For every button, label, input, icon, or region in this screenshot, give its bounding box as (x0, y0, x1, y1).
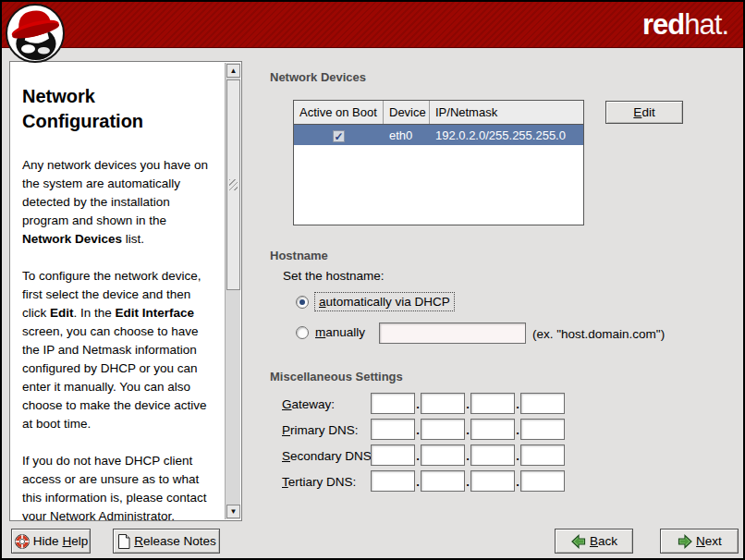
active-on-boot-cell: ✓ (294, 128, 384, 141)
octet-input[interactable] (421, 393, 465, 414)
help-scrollbar[interactable]: ▲ ▼ (225, 63, 240, 519)
next-button[interactable]: Next (660, 529, 739, 554)
next-button-label: Next (696, 534, 722, 548)
back-button-label: Back (590, 534, 617, 548)
hide-help-button[interactable]: Hide Help (11, 529, 91, 554)
help-title: Network Configuration (22, 84, 218, 134)
scroll-up-icon[interactable]: ▲ (226, 64, 240, 78)
secondary-dns-octets: ... (371, 444, 565, 466)
dhcp-radio[interactable] (296, 296, 309, 309)
primary-dns-label: Primary DNS: (282, 423, 359, 437)
table-row[interactable]: ✓ eth0 192.0.2.0/255.255.255.0 (294, 125, 583, 145)
octet-input[interactable] (470, 444, 515, 466)
hide-help-label: Hide Help (33, 534, 88, 548)
column-header-ip-netmask[interactable]: IP/Netmask (430, 101, 583, 124)
tertiary-dns-octets: ... (371, 470, 565, 492)
octet-input[interactable] (470, 470, 515, 492)
tertiary-dns-label: Tertiary DNS: (282, 475, 356, 489)
manual-option-row: manually (296, 325, 365, 339)
manual-radio-label[interactable]: manually (315, 325, 365, 339)
hostname-hint: (ex. "host.domain.com") (532, 327, 665, 341)
back-button[interactable]: Back (555, 529, 633, 554)
ip-netmask-cell: 192.0.2.0/255.255.255.0 (430, 128, 583, 142)
help-paragraph: To configure the network device, first s… (22, 267, 218, 433)
secondary-dns-label: Secondary DNS: (282, 449, 375, 463)
column-header-device[interactable]: Device (384, 101, 430, 124)
set-hostname-prompt: Set the hostname: (283, 269, 385, 283)
release-notes-label: Release Notes (134, 534, 216, 548)
wordmark-hat: hat. (684, 8, 728, 41)
table-header-row: Active on Boot Device IP/Netmask (294, 101, 583, 125)
octet-input[interactable] (421, 444, 465, 466)
octet-input[interactable] (421, 419, 465, 440)
dhcp-radio-label[interactable]: automatically via DHCP (315, 293, 454, 310)
help-text: Network Configuration Any network device… (10, 62, 224, 520)
redhat-wordmark: redhat. (642, 8, 728, 42)
header-banner: redhat. (2, 2, 743, 48)
octet-input[interactable] (421, 470, 465, 492)
device-cell: eth0 (384, 128, 430, 142)
edit-button-label: Edit (633, 105, 654, 119)
column-header-active-on-boot[interactable]: Active on Boot (294, 101, 384, 124)
primary-dns-octets: ... (371, 419, 565, 440)
active-on-boot-checkbox[interactable]: ✓ (333, 130, 345, 142)
document-icon (116, 533, 131, 550)
next-arrow-icon (677, 533, 693, 550)
edit-button[interactable]: Edit (605, 101, 683, 124)
dhcp-option-row: automatically via DHCP (296, 293, 454, 310)
octet-input[interactable] (371, 393, 415, 414)
back-arrow-icon (570, 533, 587, 550)
hostname-section-label: Hostname (270, 249, 328, 262)
installer-window: redhat. Network Configuration Any networ… (0, 0, 745, 560)
gateway-label: Gateway: (282, 397, 335, 411)
scroll-down-icon[interactable]: ▼ (226, 505, 240, 518)
release-notes-button[interactable]: Release Notes (113, 529, 220, 554)
octet-input[interactable] (520, 470, 565, 492)
octet-input[interactable] (470, 419, 515, 440)
life-preserver-icon (14, 533, 31, 550)
help-paragraph: If you do not have DHCP client access or… (22, 452, 218, 520)
wordmark-red: red (642, 8, 684, 41)
octet-input[interactable] (371, 444, 415, 466)
octet-input[interactable] (371, 470, 415, 492)
octet-input[interactable] (520, 393, 565, 414)
octet-input[interactable] (371, 419, 415, 440)
octet-input[interactable] (520, 419, 565, 440)
gateway-octets: ... (371, 393, 565, 414)
octet-input[interactable] (520, 444, 565, 466)
redhat-shadowman-logo-icon (6, 4, 65, 63)
manual-radio[interactable] (296, 326, 309, 339)
octet-input[interactable] (470, 393, 515, 414)
misc-settings-section-label: Miscellaneous Settings (270, 370, 403, 383)
network-devices-table: Active on Boot Device IP/Netmask ✓ eth0 … (293, 100, 584, 225)
scrollbar-thumb[interactable] (226, 79, 240, 290)
help-paragraph: Any network devices you have on the syst… (22, 156, 218, 249)
help-panel: Network Configuration Any network device… (9, 61, 242, 521)
hostname-input[interactable] (379, 323, 526, 344)
network-devices-section-label: Network Devices (270, 70, 366, 84)
